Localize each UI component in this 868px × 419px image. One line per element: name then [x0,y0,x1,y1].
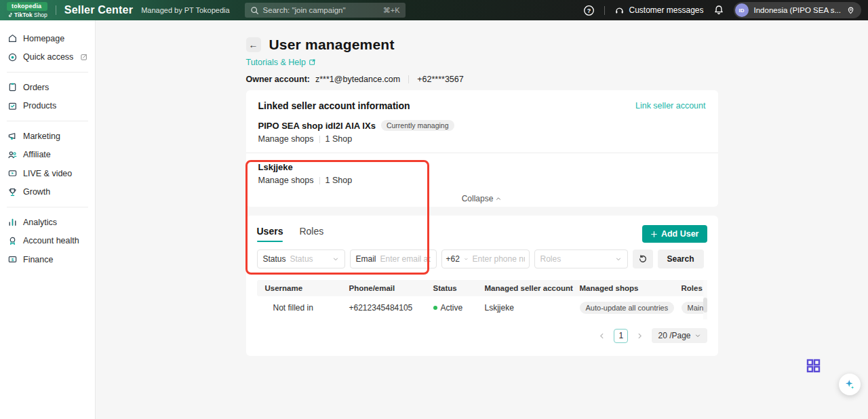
currently-managing-badge: Currently managing [381,120,454,131]
account-switcher[interactable]: ID Indonesia (PIPO SEA s... [734,2,861,18]
tiktok-note-icon [7,12,13,18]
add-user-label: Add User [661,229,699,239]
target-icon [7,52,18,62]
customer-messages-button[interactable]: Customer messages [614,5,703,16]
trophy-icon [7,186,18,197]
back-button[interactable]: ← [246,37,261,52]
reset-filters-button[interactable] [633,250,653,268]
status-filter-placeholder: Status [290,254,328,264]
app-grid-icon[interactable] [806,358,821,376]
status-text: Active [441,303,463,313]
sidebar-item-orders[interactable]: Orders [0,78,95,97]
shop-count: 1 Shop [326,134,353,144]
users-card: Users Roles Add User Status Status [246,216,718,356]
help-icon[interactable]: ? [583,5,595,16]
orders-icon [7,82,18,93]
finance-icon: $ [7,254,18,265]
plus-icon [650,231,658,238]
table-scrollbar[interactable] [703,280,707,319]
sidebar-item-homepage[interactable]: Homepage [0,29,95,48]
sidebar-item-analytics[interactable]: Analytics [0,213,95,232]
topbar-right: ? Customer messages ID Indonesia (PIPO S… [583,2,861,18]
ai-assistant-button[interactable] [839,374,861,395]
mini-divider [319,136,320,143]
search-placeholder: Search: "join campaign" [263,6,379,14]
sidebar-item-label: Affiliate [23,150,51,159]
prev-page-button[interactable] [595,329,609,343]
cell-managed-shops: Auto-update all countries [572,302,673,314]
chevron-down-icon [464,256,469,262]
table-row[interactable]: Not filled in +6212345484105 Active Lskj… [257,296,707,319]
brand-logos[interactable]: tokopedia TikTok Shop [7,2,47,18]
sidebar-item-label: LIVE & video [23,169,72,178]
sidebar-item-label: Marketing [23,132,60,141]
add-user-button[interactable]: Add User [642,225,707,243]
customer-messages-label: Customer messages [629,5,703,15]
headset-icon [614,5,625,16]
topbar: tokopedia TikTok Shop Seller Center Mana… [0,0,868,20]
sidebar-item-label: Products [23,101,56,111]
sidebar-item-label: Homepage [23,34,64,43]
page-number[interactable]: 1 [614,329,628,343]
tab-roles[interactable]: Roles [299,226,323,242]
sidebar-item-products[interactable]: Products [0,97,95,116]
tutorials-help-link[interactable]: Tutorials & Help [246,57,718,67]
sidebar-item-label: Quick access [23,52,73,62]
cell-roles: Main Admin [673,302,707,314]
global-search-input[interactable]: Search: "join campaign" ⌘+K [245,3,406,18]
linked-account-entry: PIPO SEA shop idI2I AIA IXs Currently ma… [258,120,706,144]
sidebar-item-label: Account health [23,236,79,245]
link-seller-account-link[interactable]: Link seller account [635,101,706,111]
cell-phone: +6212345484105 [341,303,425,313]
email-filter-field[interactable]: Email [350,250,437,268]
roles-filter-select[interactable]: Roles [534,250,628,268]
reset-icon [638,254,648,264]
external-link-icon [309,58,316,66]
people-icon [7,149,18,160]
sidebar-item-finance[interactable]: $ Finance [0,250,95,269]
collapse-toggle[interactable]: Collapse [258,194,706,203]
chevron-right-icon [636,332,644,340]
edit-icon[interactable] [80,53,88,61]
products-icon [7,100,18,111]
next-page-button[interactable] [633,329,647,343]
sidebar-item-growth[interactable]: Growth [0,183,95,202]
sidebar-item-account-health[interactable]: Account health [0,232,95,251]
col-header-phone-email: Phone/email [341,284,425,292]
video-icon [7,168,18,179]
sidebar-item-quick-access[interactable]: Quick access [0,48,95,67]
tiktok-shop-logo: TikTok Shop [7,12,47,18]
seller-account-name: PIPO SEA shop idI2I AIA IXs [258,121,376,131]
page-size-select[interactable]: 20 /Page [652,328,707,343]
sidebar-item-affiliate[interactable]: Affiliate [0,146,95,165]
linked-card-title: Linked seller account information [258,100,410,111]
manage-shops-link[interactable]: Manage shops [258,134,314,144]
phone-filter-field[interactable]: +62 [441,250,530,268]
cell-managed-seller-account: Lskjjeke [477,303,572,313]
sidebar-item-label: Growth [23,187,50,197]
linked-account-card: Linked seller account information Link s… [246,90,718,207]
cell-status: Active [425,303,477,313]
manage-shops-link[interactable]: Manage shops [258,176,314,185]
phone-country-code[interactable]: +62 [446,254,460,264]
tokopedia-logo: tokopedia [7,2,47,11]
phone-input[interactable] [473,254,525,264]
chevron-down-icon [332,256,339,262]
status-filter-select[interactable]: Status Status [257,250,345,268]
collapse-label: Collapse [462,194,494,203]
owner-divider [408,75,409,83]
sidebar-item-marketing[interactable]: Marketing [0,127,95,146]
linked-account-entry: Lskjjeke Manage shops 1 Shop [258,162,706,185]
chevron-left-icon [598,332,606,340]
owner-phone: +62****3567 [417,75,463,84]
search-icon [250,6,259,15]
owner-email: z***1@bytedance.com [315,75,400,84]
page-title: User management [269,37,395,53]
mini-divider [319,177,320,184]
notifications-bell-icon[interactable] [713,5,724,16]
email-input[interactable] [380,254,431,264]
tab-users[interactable]: Users [257,226,283,242]
owner-account-line: Owner account: z***1@bytedance.com +62**… [246,74,718,84]
search-button[interactable]: Search [658,250,704,268]
sidebar-item-live-video[interactable]: LIVE & video [0,164,95,183]
